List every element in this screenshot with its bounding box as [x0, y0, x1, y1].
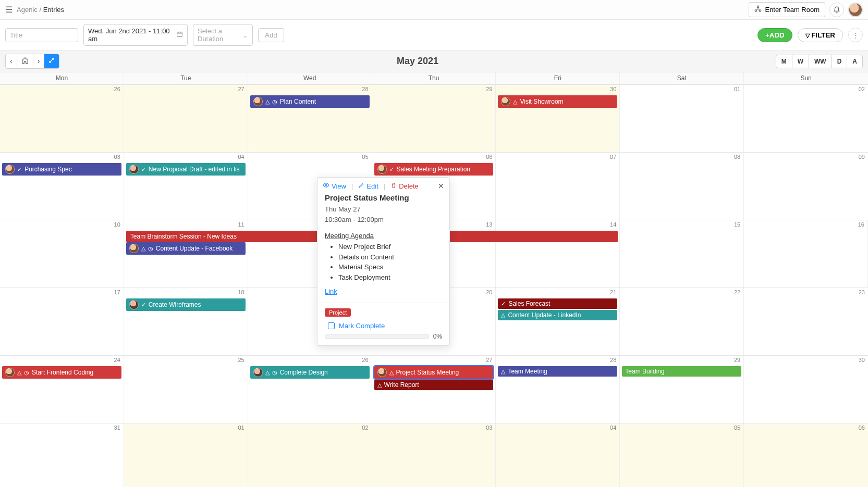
progress-bar[interactable] [325, 334, 429, 339]
event-label: Team Meeting [508, 368, 547, 375]
day-cell[interactable]: 03 [372, 423, 496, 487]
day-cell[interactable]: 17 [0, 288, 124, 355]
day-number: 28 [610, 357, 616, 363]
day-cell[interactable]: 28△◷Plan Content [248, 85, 372, 152]
add-button[interactable]: +ADD [757, 28, 792, 42]
view-button[interactable]: View [323, 182, 346, 190]
event-create-wireframes[interactable]: ✓Create Wireframes [126, 298, 246, 311]
datetime-input[interactable]: Wed, Jun 2nd 2021 - 11:00 am [83, 24, 188, 46]
view-week-button[interactable]: W [792, 55, 809, 68]
day-cell[interactable]: 02 [248, 423, 372, 487]
duration-placeholder: Select a Duration [198, 27, 239, 43]
day-header: Thu [372, 72, 496, 84]
svg-rect-3 [177, 32, 182, 37]
event-sales-meeting-prep[interactable]: ✓Sales Meeting Preparation [374, 163, 494, 176]
day-cell[interactable]: 08 [620, 153, 744, 220]
view-agenda-button[interactable]: A [847, 55, 862, 68]
event-purchasing-spec[interactable]: ✓Purchasing Spec [2, 163, 121, 176]
day-cell[interactable]: 27 [124, 85, 248, 152]
prev-month-button[interactable]: ‹ [6, 54, 17, 68]
day-cell[interactable]: 06 [744, 423, 868, 487]
day-cell[interactable]: 27△Project Status Meeting△Write Report [372, 356, 496, 423]
tag-pill[interactable]: Project [325, 308, 351, 317]
expand-button[interactable] [44, 54, 59, 68]
day-cell[interactable]: 26 [0, 85, 124, 152]
notifications-icon[interactable] [829, 3, 844, 17]
enter-team-room-label: Enter Team Room [765, 6, 820, 14]
day-cell[interactable]: 23 [744, 288, 868, 355]
day-number: 08 [734, 154, 740, 160]
event-label: Sales Forecast [508, 300, 550, 307]
day-cell[interactable]: 02 [744, 85, 868, 152]
event-complete-design[interactable]: △◷Complete Design [250, 366, 370, 379]
day-cell[interactable]: 03✓Purchasing Spec [0, 153, 124, 220]
filter-button[interactable]: ▽ FILTER [798, 28, 843, 42]
day-cell[interactable]: 10 [0, 220, 124, 288]
day-cell[interactable]: 01 [124, 423, 248, 487]
event-write-report[interactable]: △Write Report [374, 380, 494, 390]
event-visit-showroom[interactable]: △Visit Showroom [498, 95, 617, 108]
duration-select[interactable]: Select a Duration ⌄ [193, 24, 253, 46]
event-project-status-meeting[interactable]: △Project Status Meeting [374, 366, 494, 379]
day-cell[interactable]: 05 [620, 423, 744, 487]
title-input[interactable]: Title [5, 28, 78, 42]
pencil-icon [358, 182, 364, 190]
day-cell[interactable]: 31 [0, 423, 124, 487]
next-month-button[interactable]: › [33, 54, 45, 68]
day-cell[interactable]: 15 [620, 220, 744, 288]
toolbar: Title Wed, Jun 2nd 2021 - 11:00 am Selec… [0, 20, 868, 51]
day-cell[interactable]: 29Team Building [620, 356, 744, 423]
event-content-update-fb[interactable]: △◷Content Update - Facebook [126, 242, 246, 255]
day-cell[interactable]: 04✓New Proposal Draft - edited in lis [124, 153, 248, 220]
check-icon: ✓ [141, 302, 146, 308]
enter-team-room-button[interactable]: Enter Team Room [749, 2, 825, 17]
event-team-building[interactable]: Team Building [622, 366, 741, 377]
day-cell[interactable]: 30△Visit Showroom [496, 85, 620, 152]
view-month-button[interactable]: M [776, 55, 792, 68]
mark-complete-button[interactable]: Mark Complete [328, 322, 442, 330]
day-cell[interactable]: 25 [124, 356, 248, 423]
day-cell[interactable]: 26△◷Complete Design [248, 356, 372, 423]
day-cell[interactable]: 01 [620, 85, 744, 152]
day-number: 18 [238, 289, 244, 295]
view-workweek-button[interactable]: WW [809, 55, 832, 68]
day-number: 27 [486, 357, 492, 363]
event-new-proposal[interactable]: ✓New Proposal Draft - edited in lis [126, 163, 246, 176]
view-switcher: M W WW D A [776, 55, 863, 68]
day-number: 26 [362, 357, 368, 363]
breadcrumb-root[interactable]: Agenic [17, 6, 38, 14]
add-entry-button[interactable]: Add [258, 28, 284, 42]
view-day-button[interactable]: D [832, 55, 848, 68]
day-number: 23 [859, 289, 865, 295]
warn-icon: △ [17, 369, 21, 376]
event-plan-content[interactable]: △◷Plan Content [250, 95, 370, 108]
day-cell[interactable]: 16 [744, 220, 868, 288]
menu-icon[interactable]: ☰ [5, 5, 13, 15]
day-cell[interactable]: 29 [372, 85, 496, 152]
day-cell[interactable]: 21✓Sales Forecast△Content Update - Linke… [496, 288, 620, 355]
link-button[interactable]: Link [325, 288, 337, 295]
day-cell[interactable]: 04 [496, 423, 620, 487]
edit-button[interactable]: Edit [358, 182, 378, 190]
breadcrumb-current[interactable]: Entries [43, 6, 64, 14]
delete-button[interactable]: Delete [390, 182, 419, 190]
day-cell[interactable]: 18✓Create Wireframes [124, 288, 248, 355]
day-cell[interactable]: 09 [744, 153, 868, 220]
more-options-button[interactable]: ⋮ [848, 28, 863, 42]
day-headers: MonTueWedThuFriSatSun [0, 72, 868, 84]
event-sales-forecast[interactable]: ✓Sales Forecast [498, 298, 617, 309]
day-cell[interactable]: 30 [744, 356, 868, 423]
day-cell[interactable]: 28△Team Meeting [496, 356, 620, 423]
agenda-list: New Project BriefDetails on ContentMater… [338, 242, 442, 282]
event-team-meeting[interactable]: △Team Meeting [498, 366, 617, 377]
day-number: 14 [610, 221, 616, 228]
day-cell[interactable]: 24△◷Start Frontend Coding [0, 356, 124, 423]
close-icon[interactable]: ✕ [438, 182, 444, 190]
day-cell[interactable]: 07 [496, 153, 620, 220]
user-avatar[interactable] [848, 3, 863, 17]
event-content-update-li-21[interactable]: △Content Update - LinkedIn [498, 310, 617, 320]
today-button[interactable] [17, 54, 33, 68]
day-number: 05 [734, 424, 740, 431]
day-cell[interactable]: 22 [620, 288, 744, 355]
event-frontend-coding[interactable]: △◷Start Frontend Coding [2, 366, 121, 379]
